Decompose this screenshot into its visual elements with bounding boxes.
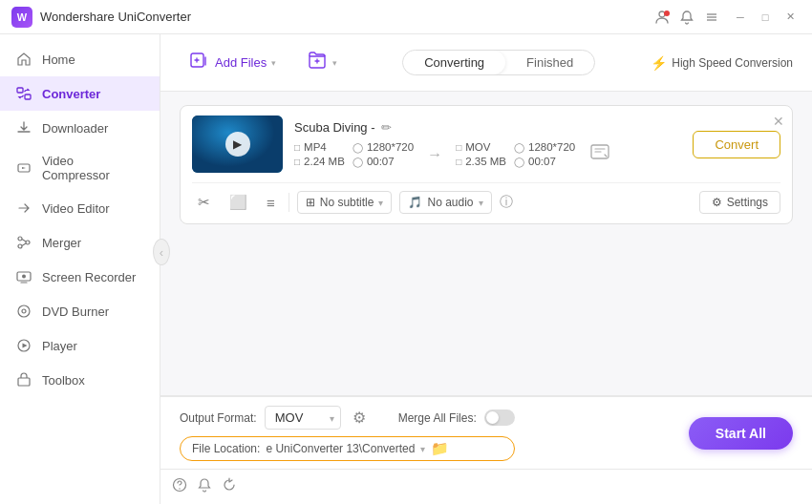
- file-card: ✕ ▶ Scuba Diving - ✏: [180, 105, 793, 224]
- bottom-bar: Output Format: MOV MP4 AVI MKV ⚙: [160, 396, 812, 469]
- output-format-label: Output Format:: [180, 411, 257, 425]
- add-files-label: Add Files: [215, 55, 267, 70]
- effects-button[interactable]: ≡: [261, 192, 281, 214]
- play-button[interactable]: ▶: [225, 132, 250, 157]
- file-title-text: Scuba Diving -: [294, 120, 375, 135]
- sidebar-item-screen-recorder[interactable]: Screen Recorder: [0, 260, 160, 294]
- video-thumbnail[interactable]: ▶: [192, 116, 283, 173]
- convert-button[interactable]: Convert: [693, 131, 780, 158]
- settings-button[interactable]: ⚙ Settings: [699, 191, 780, 214]
- sidebar-item-dvd-burner[interactable]: DVD Burner: [0, 294, 160, 328]
- cut-button[interactable]: ✂: [192, 191, 216, 214]
- sidebar-item-merger[interactable]: Merger: [0, 225, 160, 260]
- file-card-bottom: ✂ ⬜ ≡ ⊞ No subtitle ▾ 🎵 No audio ▾: [192, 182, 780, 214]
- sidebar-item-label: Video Compressor: [42, 154, 144, 182]
- sidebar-item-label: Toolbox: [42, 373, 85, 388]
- close-card-button[interactable]: ✕: [773, 114, 784, 129]
- edit-title-icon[interactable]: ✏: [381, 120, 392, 135]
- target-meta: □ MOV □ 2.35 MB: [456, 141, 506, 167]
- sidebar-item-label: Downloader: [42, 121, 108, 136]
- converter-icon: [15, 85, 32, 102]
- svg-point-13: [18, 305, 30, 317]
- dvd-burner-icon: [15, 303, 32, 320]
- arrow-icon: →: [419, 146, 450, 163]
- tab-converting[interactable]: Converting: [403, 51, 505, 74]
- format-settings-icon[interactable]: ⚙: [349, 405, 370, 430]
- file-meta: □ MP4 □ 2.24 MB ◯: [294, 140, 681, 168]
- sidebar-item-label: DVD Burner: [42, 304, 109, 319]
- target-format: MOV: [465, 141, 490, 153]
- crop-button[interactable]: ⬜: [224, 191, 253, 214]
- toolbox-icon: [15, 371, 32, 388]
- target-format-item: □ MOV: [456, 141, 506, 153]
- svg-point-1: [664, 10, 670, 16]
- format-select[interactable]: MOV MP4 AVI MKV: [265, 406, 341, 430]
- sidebar-item-video-editor[interactable]: Video Editor: [0, 191, 160, 225]
- svg-rect-16: [18, 378, 30, 386]
- add-files-button[interactable]: Add Files ▾: [180, 44, 286, 81]
- svg-point-14: [22, 309, 26, 313]
- tabs-center: Converting Finished: [358, 50, 639, 75]
- convert-gear-icon[interactable]: [588, 140, 611, 168]
- notification-icon[interactable]: [197, 477, 212, 496]
- sidebar: Home Converter Downloader Video Compress…: [0, 34, 160, 504]
- file-location-label: File Location:: [192, 442, 260, 455]
- svg-point-8: [18, 237, 22, 241]
- audio-value: No audio: [427, 196, 473, 209]
- source-format: MP4: [304, 141, 327, 153]
- minimize-button[interactable]: ─: [730, 7, 751, 28]
- file-card-top: ▶ Scuba Diving - ✏ □: [192, 116, 780, 173]
- merge-files-toggle[interactable]: [484, 410, 515, 426]
- sidebar-item-converter[interactable]: Converter: [0, 76, 160, 111]
- sidebar-item-video-compressor[interactable]: Video Compressor: [0, 145, 160, 191]
- subtitle-value: No subtitle: [320, 196, 374, 209]
- close-button[interactable]: ✕: [780, 7, 801, 28]
- sidebar-item-downloader[interactable]: Downloader: [0, 111, 160, 145]
- maximize-button[interactable]: □: [755, 7, 776, 28]
- tab-group: Converting Finished: [402, 50, 595, 75]
- screen-recorder-icon: [15, 268, 32, 285]
- help-icon[interactable]: [172, 477, 187, 496]
- toolbar: Add Files ▾ ▾ Converting Finished ⚡ High…: [160, 34, 812, 92]
- video-compressor-icon: [15, 159, 32, 177]
- subtitle-select[interactable]: ⊞ No subtitle ▾: [297, 191, 393, 214]
- location-dropdown-icon[interactable]: ▾: [420, 444, 425, 454]
- downloader-icon: [15, 119, 32, 136]
- menu-icon[interactable]: [703, 9, 720, 26]
- svg-rect-6: [25, 94, 31, 99]
- start-all-button[interactable]: Start All: [689, 417, 793, 450]
- sidebar-item-home[interactable]: Home: [0, 42, 160, 76]
- open-folder-icon[interactable]: 📁: [431, 440, 449, 457]
- user-icon[interactable]: [653, 9, 671, 26]
- file-location-bar: File Location: e UniConverter 13\Convert…: [180, 436, 515, 461]
- merge-files-group: Merge All Files:: [398, 410, 515, 426]
- video-editor-icon: [15, 200, 32, 217]
- sidebar-collapse-button[interactable]: ‹: [153, 239, 170, 265]
- sidebar-item-label: Home: [42, 52, 75, 67]
- bell-icon[interactable]: [678, 9, 695, 26]
- main-content: Add Files ▾ ▾ Converting Finished ⚡ High…: [160, 34, 812, 504]
- high-speed-label: High Speed Conversion: [672, 56, 793, 70]
- sidebar-item-label: Merger: [42, 236, 81, 250]
- add-folder-button[interactable]: ▾: [297, 44, 347, 81]
- svg-point-12: [22, 275, 26, 279]
- sidebar-item-toolbox[interactable]: Toolbox: [0, 363, 160, 397]
- source-resolution: 1280*720: [367, 141, 414, 153]
- svg-rect-5: [17, 88, 23, 93]
- sidebar-item-label: Screen Recorder: [42, 270, 136, 284]
- add-folder-dropdown-icon[interactable]: ▾: [332, 58, 337, 68]
- source-meta: □ MP4 □ 2.24 MB: [294, 141, 345, 167]
- full-bottom-bar: Output Format: MOV MP4 AVI MKV ⚙: [160, 395, 812, 504]
- file-title-row: Scuba Diving - ✏: [294, 120, 681, 135]
- add-files-dropdown-icon[interactable]: ▾: [271, 58, 276, 68]
- tab-finished[interactable]: Finished: [505, 51, 594, 74]
- audio-select[interactable]: 🎵 No audio ▾: [399, 191, 491, 214]
- source-size: 2.24 MB: [304, 156, 345, 167]
- info-button[interactable]: ⓘ: [500, 194, 513, 211]
- divider: [288, 193, 289, 212]
- bottom-bar-left: Output Format: MOV MP4 AVI MKV ⚙: [180, 405, 515, 461]
- sidebar-item-player[interactable]: Player: [0, 328, 160, 363]
- sidebar-item-label: Video Editor: [42, 201, 110, 216]
- refresh-icon[interactable]: [222, 477, 237, 496]
- audio-icon: 🎵: [408, 196, 422, 209]
